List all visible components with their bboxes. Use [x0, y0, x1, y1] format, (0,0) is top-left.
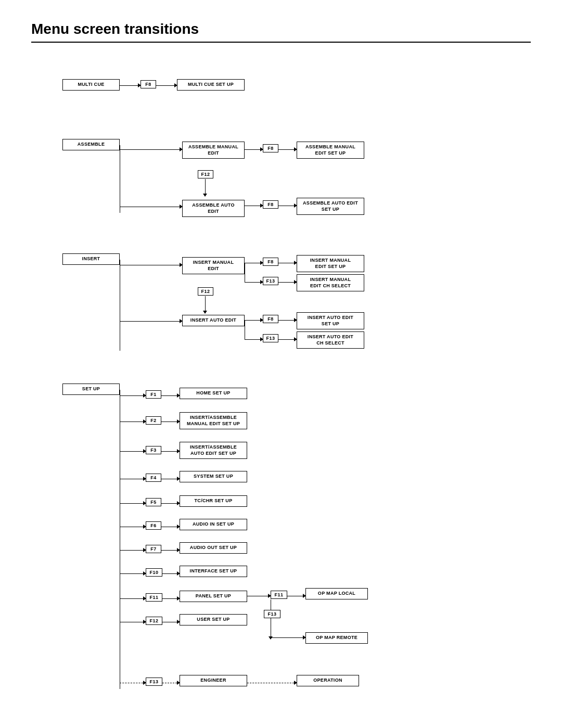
box-insert: INSERT — [62, 253, 120, 265]
box-audio-in-setup: AUDIO IN SET UP — [180, 519, 247, 530]
box-assemble: ASSEMBLE — [62, 139, 120, 150]
box-tc-chr-setup: TC/CHR SET UP — [180, 495, 247, 507]
key-f8-multicue: F8 — [140, 80, 156, 88]
key-f13-insert-auto: F13 — [263, 334, 278, 342]
key-f6-setup: F6 — [146, 521, 161, 530]
key-f11-panel: F11 — [271, 591, 287, 599]
box-interface-setup: INTERFACE SET UP — [180, 566, 247, 577]
key-f5-setup: F5 — [146, 498, 161, 506]
key-f1-setup: F1 — [146, 390, 161, 399]
box-multi-cue: MULTI CUE — [62, 79, 120, 91]
box-insert-assemble-auto-setup: INSERT/ASSEMBLEAUTO EDIT SET UP — [180, 442, 247, 459]
box-user-setup: USER SET UP — [180, 614, 247, 625]
box-assemble-manual-edit: ASSEMBLE MANUALEDIT — [182, 142, 245, 159]
box-op-map-local: OP MAP LOCAL — [305, 588, 368, 599]
key-f2-setup: F2 — [146, 416, 161, 425]
key-f13-insert-manual: F13 — [263, 277, 278, 285]
box-insert-auto-edit-setup: INSERT AUTO EDITSET UP — [297, 312, 364, 329]
box-operation: OPERATION — [297, 675, 359, 686]
key-f12-assemble: F12 — [198, 170, 213, 178]
box-assemble-auto-edit: ASSEMBLE AUTO EDIT — [182, 200, 245, 217]
box-multi-cue-setup: MULTI CUE SET UP — [177, 79, 245, 91]
key-f3-setup: F3 — [146, 446, 161, 454]
box-insert-auto-edit: INSERT AUTO EDIT — [182, 315, 245, 326]
key-f11-setup: F11 — [146, 593, 162, 602]
box-insert-manual-edit-ch: INSERT MANUALEDIT CH SELECT — [297, 274, 364, 291]
box-assemble-auto-edit-setup: ASSEMBLE AUTO EDITSET UP — [297, 198, 364, 215]
box-insert-manual-edit-setup: INSERT MANUALEDIT SET UP — [297, 255, 364, 272]
key-f13-setup: F13 — [146, 678, 162, 686]
key-f10-setup: F10 — [146, 568, 162, 577]
box-engineer: ENGINEER — [180, 675, 247, 686]
key-f4-setup: F4 — [146, 474, 161, 482]
box-audio-out-setup: AUDIO OUT SET UP — [180, 542, 247, 554]
key-f8-insert-auto: F8 — [263, 315, 278, 323]
box-insert-assemble-manual-setup: INSERT/ASSEMBLEMANUAL EDIT SET UP — [180, 412, 247, 429]
key-f8-assemble-auto: F8 — [263, 200, 278, 209]
box-op-map-remote: OP MAP REMOTE — [305, 632, 368, 644]
page-title: Menu screen transitions — [31, 21, 531, 43]
key-f13-panel: F13 — [264, 610, 280, 618]
box-system-setup: SYSTEM SET UP — [180, 471, 247, 482]
box-assemble-manual-edit-setup: ASSEMBLE MANUALEDIT SET UP — [297, 142, 364, 159]
key-f7-setup: F7 — [146, 545, 161, 553]
box-insert-manual-edit: INSERT MANUALEDIT — [182, 257, 245, 274]
box-insert-auto-edit-ch: INSERT AUTO EDITCH SELECT — [297, 331, 364, 349]
key-f12-insert: F12 — [198, 287, 213, 296]
key-f8-assemble-manual: F8 — [263, 144, 278, 152]
key-f12-setup: F12 — [146, 617, 162, 625]
box-setup: SET UP — [62, 384, 120, 395]
box-home-setup: HOME SET UP — [180, 388, 247, 399]
key-f8-insert-manual: F8 — [263, 258, 278, 266]
box-panel-setup: PANEL SET UP — [180, 591, 247, 602]
